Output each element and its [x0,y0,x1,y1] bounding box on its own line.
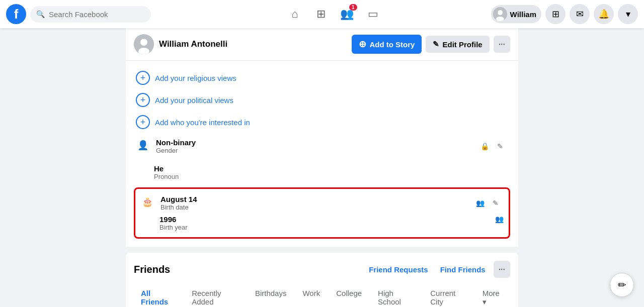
top-navigation: f 🔍 ⌂ ⊞ 👥 1 ▭ William ⊞ [0,0,644,28]
gender-info-row: 👤 Non-binary Gender 🔒 ✎ [134,133,510,159]
left-sidebar [0,28,126,307]
pencil-icon: ✎ [433,40,439,49]
nav-center: ⌂ ⊞ 👥 1 ▭ [177,2,491,26]
birthday-icon: 🎂 [140,195,154,209]
tab-college[interactable]: College [329,284,369,307]
tab-all-friends[interactable]: All Friends [134,284,183,307]
nav-right: William ⊞ ✉ 🔔 ▾ [491,4,638,24]
friends-privacy-icon: 👥 [476,199,485,207]
pronoun-content: He Pronoun [154,164,508,180]
birth-year-row: 1996 Birth year 👥 [135,213,509,235]
pronoun-label: Pronoun [154,173,508,180]
friends-badge: 1 [349,4,357,11]
user-name-label: William [510,10,536,19]
more-options-button[interactable]: ··· [494,36,510,53]
notifications-button[interactable]: 🔔 [594,4,614,24]
friends-title: Friends [134,264,365,275]
add-political-views[interactable]: + Add your political views [134,89,510,111]
tab-birthdays[interactable]: Birthdays [248,284,294,307]
pronoun-info-row: He Pronoun [134,159,510,185]
pronoun-value: He [154,164,508,173]
friends-tabs: All Friends Recently Added Birthdays Wor… [134,284,510,307]
pencil-icon: ✎ [493,199,499,207]
svg-point-4 [140,39,147,46]
add-to-story-button[interactable]: ⊕ Add to Story [352,35,422,54]
ellipsis-icon: ··· [499,40,505,48]
marketplace-nav-button[interactable]: ⊞ [309,2,333,26]
birth-info-highlighted-box: 🎂 August 14 Birth date 👥 ✎ [134,187,510,239]
find-friends-button[interactable]: Find Friends [436,263,490,276]
plus-circle-icon: ⊕ [359,39,366,50]
svg-point-1 [498,10,503,15]
nav-left: f 🔍 [6,4,177,24]
birth-year-value: 1996 [159,215,489,224]
profile-actions: ⊕ Add to Story ✎ Edit Profile ··· [352,35,510,54]
center-column: William Antonelli ⊕ Add to Story ✎ Edit … [126,28,518,307]
birth-date-content: August 14 Birth date [160,195,470,211]
gender-actions: 🔒 ✎ [480,138,508,154]
birth-year-label: Birth year [159,224,489,231]
friends-section: Friends Friend Requests Find Friends ···… [126,253,518,307]
add-political-icon: + [136,93,150,107]
tab-work[interactable]: Work [295,284,327,307]
home-nav-button[interactable]: ⌂ [283,2,307,26]
tab-high-school[interactable]: High School [371,284,421,307]
friends-more-button[interactable]: ··· [494,261,510,278]
user-menu-chip[interactable]: William [491,5,541,23]
tab-recently-added[interactable]: Recently Added [185,284,246,307]
add-religious-label: Add your religious views [155,74,236,82]
apps-button[interactable]: ⊞ [545,4,566,24]
search-input[interactable] [49,10,145,19]
main-content: William Antonelli ⊕ Add to Story ✎ Edit … [0,28,644,307]
add-religious-views[interactable]: + Add your religious views [134,67,510,89]
add-interested-in[interactable]: + Add who you're interested in [134,111,510,133]
gender-label: Gender [156,147,474,154]
facebook-logo: f [6,4,26,24]
tv-icon: ▭ [368,8,378,21]
edit-profile-button[interactable]: ✎ Edit Profile [426,36,489,53]
tab-current-city[interactable]: Current City [423,284,473,307]
friends-nav-button[interactable]: 👥 1 [335,2,359,26]
pencil-icon: ✎ [497,142,503,150]
watch-nav-button[interactable]: ▭ [361,2,385,26]
gender-content: Non-binary Gender [156,138,474,154]
chevron-down-icon: ▾ [626,9,630,20]
friends-actions: Friend Requests Find Friends ··· [365,261,510,278]
search-box[interactable]: 🔍 [30,6,151,23]
store-icon: ⊞ [316,8,326,21]
friends-privacy-icon-2: 👥 [495,215,504,223]
messenger-icon: ✉ [576,9,584,20]
birth-date-label: Birth date [160,203,470,211]
account-menu-button[interactable]: ▾ [618,4,638,24]
edit-gender-button[interactable]: ✎ [492,138,508,154]
gender-icon: 👤 [136,138,150,152]
add-interested-icon: + [136,115,150,129]
profile-header: William Antonelli ⊕ Add to Story ✎ Edit … [126,28,518,61]
birth-date-row: 🎂 August 14 Birth date 👥 ✎ [135,191,509,213]
birth-date-actions: 👥 ✎ [476,195,504,211]
add-political-label: Add your political views [155,96,233,105]
ellipsis-icon: ··· [499,265,505,273]
friends-header: Friends Friend Requests Find Friends ··· [134,261,510,278]
birth-year-content: 1996 Birth year [159,215,489,231]
about-section: + Add your religious views + Add your po… [126,61,518,247]
profile-avatar [134,34,154,54]
compose-icon: ✏ [618,279,626,291]
right-sidebar [518,28,644,307]
lock-icon: 🔒 [480,142,489,150]
profile-card: William Antonelli ⊕ Add to Story ✎ Edit … [126,28,518,247]
tab-more[interactable]: More ▾ [475,284,510,307]
avatar [493,7,507,21]
add-interested-label: Add who you're interested in [155,118,250,127]
edit-birth-date-button[interactable]: ✎ [488,195,504,211]
page-layout: William Antonelli ⊕ Add to Story ✎ Edit … [0,28,644,307]
profile-name: William Antonelli [159,39,352,49]
bell-icon: 🔔 [598,9,609,20]
birth-year-actions: 👥 [495,215,504,223]
messenger-button[interactable]: ✉ [570,4,590,24]
grid-icon: ⊞ [552,9,559,20]
compose-button[interactable]: ✏ [610,273,634,297]
home-icon: ⌂ [291,8,298,21]
search-icon: 🔍 [36,10,45,18]
friend-requests-button[interactable]: Friend Requests [365,263,432,276]
